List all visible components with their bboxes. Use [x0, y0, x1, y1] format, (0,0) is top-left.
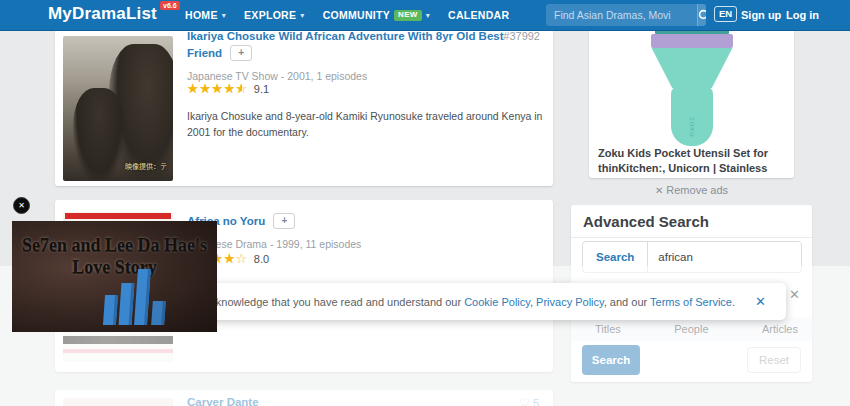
thumbnail-caption: 映像提供：テ: [63, 161, 173, 171]
video-title-line: Se7en and Lee Da Hae's: [12, 235, 217, 257]
remove-ads-x-icon: ✕: [655, 185, 663, 196]
login-button[interactable]: Log in: [786, 9, 819, 21]
cookie-close-icon[interactable]: ✕: [755, 294, 770, 309]
heart-icon: ♡: [519, 396, 530, 406]
poster-stripe: [63, 336, 173, 344]
brand-logo[interactable]: MyDramaList: [48, 4, 157, 24]
menu-explore-label: EXPLORE: [244, 9, 296, 21]
search-icon: [698, 9, 706, 22]
cookie-text-part: , and our: [604, 296, 650, 308]
search-field-tab[interactable]: Search: [583, 242, 648, 272]
product-logo-text: ZOKU: [689, 117, 695, 138]
add-to-list-button[interactable]: +: [230, 45, 252, 61]
menu-home[interactable]: HOME▾: [185, 9, 226, 21]
product-image-part: [649, 48, 735, 88]
product-image-part: [651, 34, 733, 48]
rating-value: 9.1: [254, 83, 269, 95]
result-description: Ikariya Chosuke and 8-year-old Kamiki Ry…: [187, 108, 559, 141]
main-menu: HOME▾ EXPLORE▾ COMMUNITYNEW▾ CALENDAR: [185, 0, 509, 30]
product-image-part: ZOKU: [671, 86, 713, 146]
result-rank: #37992: [503, 30, 540, 42]
ad-product-title[interactable]: Zoku Kids Pocket Utensil Set for thinKit…: [598, 146, 788, 176]
chevron-down-icon: ▾: [426, 11, 430, 20]
menu-home-label: HOME: [185, 9, 218, 21]
result-title: Ikariya Chosuke Wild African Adventure W…: [187, 28, 507, 63]
site-search-input[interactable]: [546, 9, 697, 21]
logo-bar: [151, 301, 166, 325]
remove-ads-label: Remove ads: [666, 184, 728, 196]
chevron-down-icon: ▾: [300, 11, 304, 20]
rating-row: ☆☆☆☆☆ ★★★★★ 9.1: [187, 82, 269, 95]
floating-video-player[interactable]: Se7en and Lee Da Hae's Love Story: [12, 221, 217, 332]
likes-count: 5: [533, 397, 539, 406]
advanced-search-input[interactable]: [648, 242, 801, 272]
tab-titles[interactable]: Titles: [595, 323, 621, 335]
version-badge: v6.6: [160, 1, 180, 10]
cookie-text-part: .: [732, 296, 735, 308]
result-thumbnail[interactable]: 映像提供：テ: [63, 36, 173, 181]
overlay-close-icon[interactable]: ✕: [789, 287, 800, 302]
remove-ads-link[interactable]: ✕Remove ads: [571, 184, 812, 196]
result-title: Carver Dante: [187, 394, 507, 406]
menu-community-label: COMMUNITY: [323, 9, 390, 21]
search-result-card: 映像提供：テ Ikariya Chosuke Wild African Adve…: [55, 12, 553, 186]
menu-explore[interactable]: EXPLORE▾: [244, 9, 305, 21]
top-navbar: MyDramaList v6.6 HOME▾ EXPLORE▾ COMMUNIT…: [0, 0, 850, 31]
page: MyDramaList v6.6 HOME▾ EXPLORE▾ COMMUNIT…: [0, 0, 850, 406]
search-result-card: Carver Dante ♡ 5: [55, 390, 553, 406]
advanced-search-submit-button[interactable]: Search: [582, 345, 640, 375]
add-to-list-button[interactable]: +: [273, 213, 295, 229]
menu-calendar-label: CALENDAR: [448, 9, 509, 21]
advanced-search-field: Search: [582, 241, 802, 273]
result-title-link[interactable]: Carver Dante: [187, 396, 259, 406]
cookie-policy-link[interactable]: Cookie Policy: [464, 296, 530, 308]
advanced-search-title: Advanced Search: [571, 205, 812, 238]
rating-value: 8.0: [254, 253, 269, 265]
site-search: [546, 4, 706, 26]
logo-bar: [103, 295, 118, 325]
advanced-search-tabs: Titles People Articles: [571, 317, 812, 341]
result-title: Africa no Yoru +: [187, 213, 507, 230]
video-logo-bars: [104, 269, 165, 325]
poster-stripe: [65, 213, 171, 219]
likes-counter[interactable]: ♡ 5: [519, 396, 539, 406]
advanced-search-reset-button[interactable]: Reset: [747, 347, 801, 373]
new-badge: NEW: [394, 10, 422, 21]
tab-articles[interactable]: Articles: [762, 323, 798, 335]
logo-bar: [134, 269, 151, 325]
chevron-down-icon: ▾: [222, 11, 226, 20]
tab-people[interactable]: People: [674, 323, 708, 335]
menu-community[interactable]: COMMUNITYNEW▾: [323, 9, 430, 21]
video-close-button[interactable]: ✕: [13, 197, 30, 214]
terms-of-service-link[interactable]: Terms of Service: [650, 296, 732, 308]
language-button[interactable]: EN: [714, 6, 737, 22]
signup-button[interactable]: Sign up: [741, 9, 781, 21]
menu-calendar[interactable]: CALENDAR: [448, 9, 509, 21]
stars-filled: ★★★★★: [187, 82, 242, 95]
logo-bar: [119, 283, 135, 325]
privacy-policy-link[interactable]: Privacy Policy: [536, 296, 604, 308]
result-thumbnail[interactable]: [63, 398, 173, 406]
search-button[interactable]: [697, 4, 706, 26]
poster-stripe: [63, 349, 173, 353]
star-rating-icons: ☆☆☆☆☆ ★★★★★: [187, 82, 248, 95]
